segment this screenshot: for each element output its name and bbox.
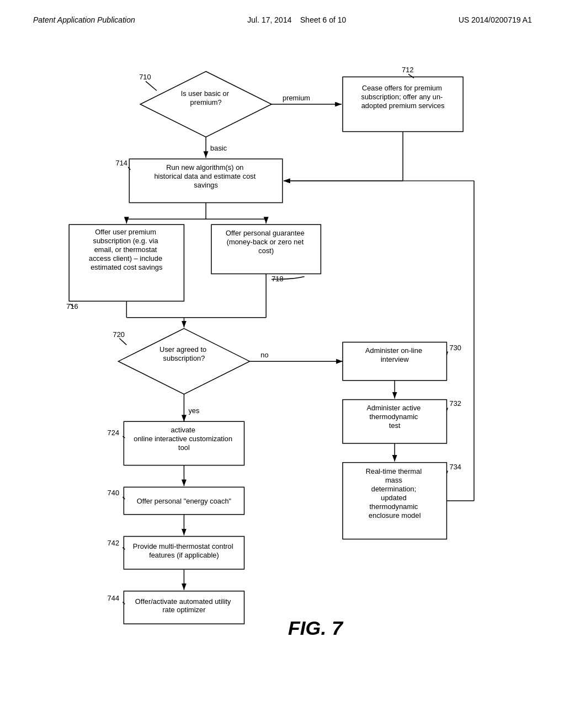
- header-sheet: Sheet 6 of 10: [300, 15, 346, 24]
- header-date-sheet: Jul. 17, 2014 Sheet 6 of 10: [247, 15, 346, 24]
- node-716-text: Offer user premium subscription (e.g. vi…: [89, 228, 164, 271]
- label-716: 716: [66, 302, 78, 311]
- header-date: Jul. 17, 2014: [247, 15, 291, 24]
- label-712: 712: [402, 66, 413, 74]
- label-730: 730: [449, 344, 461, 352]
- label-714: 714: [116, 159, 127, 167]
- node-740-text: Offer personal "energy coach": [137, 497, 232, 505]
- figure-label: FIG. 7: [288, 617, 344, 639]
- label-720: 720: [113, 330, 125, 339]
- label-732: 732: [449, 399, 461, 408]
- page-header: Patent Application Publication Jul. 17, …: [0, 0, 565, 24]
- page: Patent Application Publication Jul. 17, …: [0, 0, 565, 728]
- node-712-text: Cease offers for premium subscription; o…: [361, 84, 444, 110]
- label-734: 734: [449, 463, 461, 471]
- label-740: 740: [108, 489, 119, 497]
- label-744: 744: [108, 594, 119, 602]
- label-710-line: [146, 81, 157, 90]
- header-patent-number: US 2014/0200719 A1: [459, 15, 532, 24]
- label-basic: basic: [210, 144, 227, 152]
- label-no: no: [260, 351, 268, 359]
- node-720-text: User agreed to subscription?: [159, 345, 209, 362]
- header-publication: Patent Application Publication: [33, 15, 135, 24]
- label-premium: premium: [282, 94, 310, 102]
- label-720-line: [119, 339, 126, 345]
- label-724: 724: [108, 429, 119, 437]
- flowchart-diagram: Is user basic or premium? 710 Cease offe…: [33, 39, 532, 706]
- label-742: 742: [108, 539, 119, 547]
- label-710: 710: [139, 73, 151, 81]
- label-yes: yes: [188, 406, 199, 415]
